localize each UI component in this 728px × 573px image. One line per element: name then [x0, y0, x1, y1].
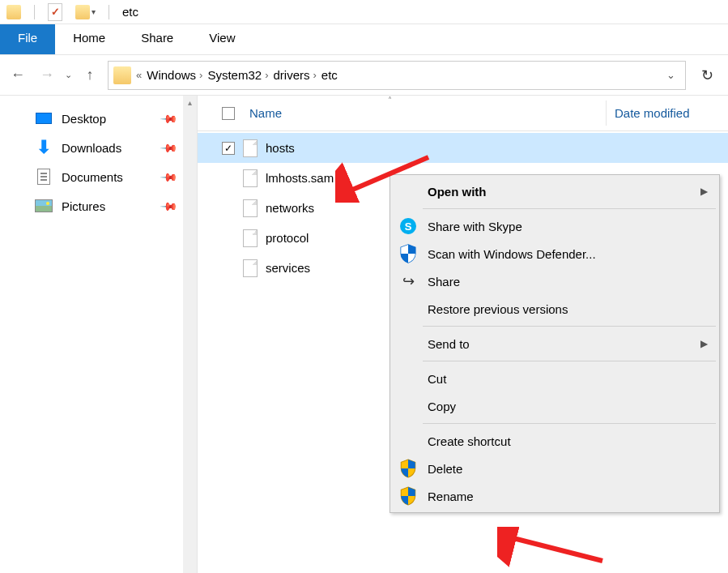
column-date-modified[interactable]: Date modified	[615, 106, 728, 120]
cm-send-to[interactable]: Send to ▶	[392, 330, 717, 357]
file-name: hosts	[266, 141, 295, 155]
cm-label: Share	[428, 275, 708, 289]
blank-icon	[398, 369, 418, 388]
desktop-icon	[34, 109, 53, 128]
window-title: etc	[122, 5, 138, 19]
file-icon	[243, 259, 258, 277]
cm-label: Scan with Windows Defender...	[428, 247, 708, 261]
breadcrumb-part[interactable]: etc	[321, 68, 338, 82]
file-icon	[243, 139, 258, 157]
file-name: lmhosts.sam	[266, 171, 334, 185]
sidebar-item-label: Documents	[62, 170, 123, 184]
blank-icon	[398, 396, 418, 416]
cm-label: Delete	[428, 462, 708, 476]
file-icon	[243, 229, 258, 247]
skype-icon: S	[398, 216, 418, 236]
back-button[interactable]: ←	[6, 64, 29, 87]
caret-down-icon: ▾	[92, 7, 96, 16]
breadcrumb-part[interactable]: drivers	[273, 68, 309, 82]
file-tab[interactable]: File	[0, 24, 55, 54]
history-dropdown[interactable]: ⌄	[65, 70, 72, 80]
cm-label: Restore previous versions	[428, 302, 708, 316]
cm-label: Rename	[428, 490, 708, 503]
address-dropdown[interactable]: ⌄	[662, 69, 680, 81]
cm-label: Share with Skype	[428, 220, 708, 233]
cm-rename[interactable]: Rename	[392, 482, 717, 510]
divider	[34, 5, 35, 19]
file-name: protocol	[266, 231, 309, 245]
submenu-arrow-icon: ▶	[700, 186, 708, 197]
cm-scan-defender[interactable]: Scan with Windows Defender...	[392, 240, 717, 267]
blank-icon	[398, 182, 418, 201]
share-icon: ↪	[398, 272, 418, 291]
cm-share-skype[interactable]: S Share with Skype	[392, 212, 717, 240]
view-tab[interactable]: View	[191, 24, 253, 54]
file-icon	[243, 169, 258, 187]
select-all-checkbox[interactable]	[222, 107, 235, 120]
cm-restore[interactable]: Restore previous versions	[392, 295, 717, 323]
cm-copy[interactable]: Copy	[392, 392, 717, 420]
defender-shield-icon	[398, 244, 418, 263]
cm-separator	[423, 361, 716, 361]
download-icon: ⬇	[34, 138, 53, 157]
pin-icon: 📌	[160, 167, 178, 186]
column-name[interactable]: Name	[249, 106, 615, 120]
pin-icon: 📌	[160, 138, 178, 156]
column-separator[interactable]	[606, 100, 607, 126]
uac-shield-icon	[398, 486, 418, 506]
cm-label: Open with	[428, 185, 691, 199]
column-headers: ˄ Name Date modified	[198, 96, 728, 131]
pin-icon: 📌	[160, 196, 178, 215]
picture-icon	[34, 196, 53, 216]
pin-icon: 📌	[160, 109, 178, 127]
sidebar-item-pictures[interactable]: Pictures 📌	[0, 191, 197, 220]
context-menu: Open with ▶ S Share with Skype Scan with…	[390, 174, 720, 513]
cm-label: Copy	[428, 400, 708, 413]
uac-shield-icon	[398, 459, 418, 478]
folder-icon	[75, 5, 90, 19]
breadcrumb-prefix: «	[136, 69, 142, 81]
address-bar[interactable]: « Windows› System32› drivers› etc ⌄	[108, 61, 686, 90]
refresh-button[interactable]: ↻	[692, 61, 722, 90]
app-folder-icon	[6, 5, 21, 19]
cm-label: Send to	[428, 337, 691, 351]
breadcrumb-part[interactable]: System32	[207, 68, 262, 82]
cm-label: Cut	[428, 372, 708, 386]
sort-indicator-icon: ˄	[388, 96, 392, 105]
cm-separator	[423, 423, 716, 424]
up-button[interactable]: ↑	[79, 64, 101, 87]
chevron-right-icon[interactable]: ›	[199, 69, 202, 81]
file-checkbox[interactable]	[222, 142, 235, 155]
home-tab[interactable]: Home	[55, 24, 123, 54]
sidebar-item-downloads[interactable]: ⬇ Downloads 📌	[0, 133, 197, 162]
sidebar: ▴ Desktop 📌 ⬇ Downloads 📌 Documents 📌 Pi…	[0, 96, 198, 573]
cm-delete[interactable]: Delete	[392, 455, 717, 482]
chevron-right-icon[interactable]: ›	[313, 69, 317, 81]
folder-icon	[113, 66, 131, 84]
file-name: services	[266, 261, 310, 275]
sidebar-item-label: Desktop	[62, 112, 106, 126]
sidebar-item-desktop[interactable]: Desktop 📌	[0, 104, 197, 133]
title-bar: ▾ etc	[0, 0, 728, 24]
forward-button[interactable]: →	[36, 64, 58, 87]
cm-cut[interactable]: Cut	[392, 365, 717, 392]
cm-label: Create shortcut	[428, 434, 708, 448]
cm-share[interactable]: ↪ Share	[392, 267, 717, 295]
breadcrumb-part[interactable]: Windows	[147, 68, 196, 82]
chevron-right-icon[interactable]: ›	[265, 69, 268, 81]
cm-create-shortcut[interactable]: Create shortcut	[392, 427, 717, 455]
cm-separator	[423, 208, 716, 209]
qa-check-icon[interactable]	[48, 3, 62, 21]
cm-separator	[423, 326, 716, 327]
blank-icon	[398, 431, 418, 451]
sidebar-item-label: Pictures	[62, 199, 105, 213]
sidebar-item-label: Downloads	[62, 141, 121, 155]
cm-open-with[interactable]: Open with ▶	[392, 177, 717, 205]
qa-dropdown[interactable]: ▾	[75, 5, 96, 19]
share-tab[interactable]: Share	[123, 24, 191, 54]
blank-icon	[398, 299, 418, 319]
sidebar-item-documents[interactable]: Documents 📌	[0, 162, 197, 191]
file-row-hosts[interactable]: hosts	[198, 133, 728, 163]
file-name: networks	[266, 201, 314, 215]
divider	[109, 5, 109, 19]
